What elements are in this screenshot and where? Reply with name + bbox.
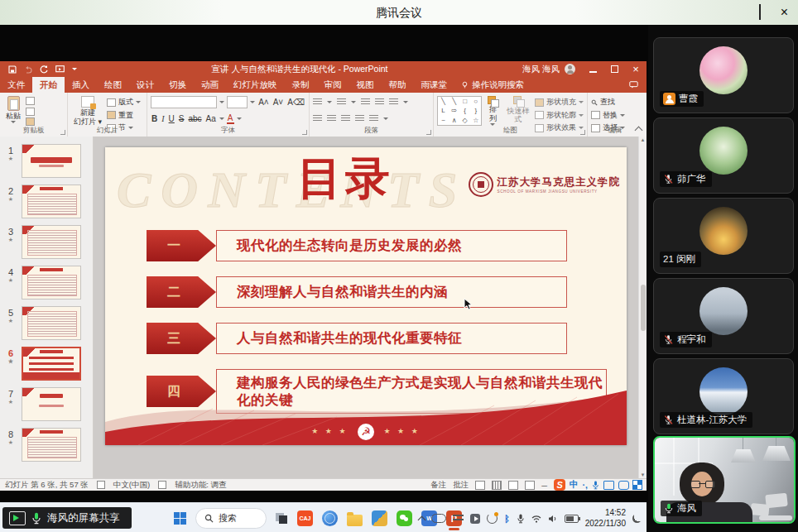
shape-outline-button[interactable]: 形状轮廓	[535, 110, 584, 121]
paste-button[interactable]: 粘贴	[3, 95, 23, 127]
line-spacing-button[interactable]	[389, 98, 398, 106]
shrink-font-button[interactable]: A˅	[272, 98, 285, 107]
replace-button[interactable]: 替换	[591, 110, 625, 121]
slide-number-indicator[interactable]: 幻灯片 第 6 张, 共 57 张	[5, 480, 89, 491]
slide-title[interactable]: 目录	[297, 149, 393, 209]
arrange-button[interactable]: 排列	[484, 95, 501, 127]
scroll-up-icon[interactable]: ▲	[641, 137, 646, 142]
find-button[interactable]: 查找	[591, 97, 625, 108]
volume-icon[interactable]	[548, 515, 558, 523]
align-right-button[interactable]	[341, 115, 350, 122]
participant-tile[interactable]: 杜道林-江苏大学	[653, 358, 794, 434]
taskbar-search[interactable]: 搜索	[195, 508, 267, 529]
font-color-button[interactable]: A	[227, 114, 234, 124]
thumbnail-slide-6-selected[interactable]: 6★	[0, 347, 93, 381]
underline-button[interactable]: U	[168, 114, 175, 123]
columns-button[interactable]	[369, 115, 378, 122]
battery-icon[interactable]	[565, 515, 579, 523]
sogou-logo-icon[interactable]: S	[554, 479, 565, 491]
tray-sync-icon[interactable]	[487, 513, 498, 524]
language-indicator[interactable]: 中文(中国)	[113, 480, 150, 491]
browser-icon[interactable]	[322, 510, 338, 526]
tab-file[interactable]: 文件	[0, 77, 32, 93]
zoom-out-button[interactable]: ─	[541, 481, 547, 490]
toc-item-2[interactable]: 二 深刻理解人与自然和谐共生的内涵	[147, 276, 610, 308]
documents-app-icon[interactable]	[372, 510, 387, 526]
tab-help[interactable]: 帮助	[382, 77, 414, 93]
align-center-button[interactable]	[327, 115, 336, 122]
reading-view-button[interactable]	[508, 481, 518, 490]
new-slide-button[interactable]: 新建幻灯片 ▾	[71, 95, 104, 127]
tab-transitions[interactable]: 切换	[161, 77, 194, 93]
tab-review[interactable]: 审阅	[317, 77, 349, 93]
slideshow-icon[interactable]	[55, 65, 65, 74]
ime-toolbox-icon[interactable]	[633, 481, 642, 489]
tab-draw[interactable]: 绘图	[97, 77, 129, 93]
wechat-icon[interactable]	[397, 510, 412, 526]
thumbnail-slide-2[interactable]: 2★	[0, 185, 93, 218]
start-button[interactable]	[174, 512, 186, 525]
decrease-indent-button[interactable]	[361, 98, 370, 106]
ppt-close-button[interactable]: ×	[625, 63, 647, 75]
ppt-restore-button[interactable]	[603, 65, 625, 74]
tab-insert[interactable]: 插入	[65, 77, 97, 93]
normal-view-button[interactable]	[475, 481, 485, 490]
comment-icon[interactable]	[629, 81, 638, 89]
align-left-button[interactable]	[313, 115, 322, 122]
scrollbar-thumb[interactable]	[641, 285, 646, 331]
reset-button[interactable]: 重置	[107, 110, 141, 121]
participant-tile[interactable]: 茆广华	[653, 117, 794, 194]
tray-settings-icon[interactable]	[453, 515, 464, 523]
meeting-close-button[interactable]: ×	[781, 6, 788, 19]
bullets-button[interactable]	[313, 98, 322, 106]
ppt-account-name[interactable]: 海风 海风	[522, 64, 560, 75]
comments-button[interactable]: 批注	[453, 480, 469, 491]
tray-cloud-icon[interactable]	[431, 514, 446, 523]
shape-fill-button[interactable]: 形状填充	[535, 97, 584, 108]
participant-tile-speaking[interactable]: 海风	[653, 436, 796, 524]
accessibility-status[interactable]: 辅助功能: 调查	[175, 480, 226, 491]
grow-font-button[interactable]: A˄	[257, 98, 270, 107]
layout-button[interactable]: 版式	[107, 97, 141, 108]
ime-chinese-mode[interactable]: 中	[570, 479, 579, 491]
increase-indent-button[interactable]	[375, 98, 384, 106]
thumbnail-slide-5[interactable]: 5★	[0, 306, 93, 340]
tell-me-search[interactable]: 操作说明搜索	[454, 77, 531, 93]
copy-button[interactable]	[26, 108, 35, 116]
redo-icon[interactable]	[40, 65, 48, 74]
quick-styles-button[interactable]: 快速样式	[504, 95, 533, 127]
focus-assist-icon[interactable]	[632, 514, 642, 523]
participant-tile[interactable]: 程宇和	[653, 278, 794, 354]
participant-tile[interactable]: 曹霞	[653, 37, 794, 113]
tray-mic-icon[interactable]	[517, 514, 525, 524]
justify-button[interactable]	[355, 115, 364, 122]
thumbnail-slide-8[interactable]: 8★	[0, 428, 93, 462]
thumbnail-slide-4[interactable]: 4★	[0, 266, 93, 300]
case-button[interactable]: Aa	[205, 114, 217, 123]
tab-record[interactable]: 录制	[285, 77, 317, 93]
meeting-maximize-button[interactable]	[759, 5, 761, 20]
thumbnail-slide-1[interactable]: 1★	[0, 144, 93, 178]
clear-formatting-button[interactable]: A⌫	[286, 98, 305, 107]
ppt-minimize-button[interactable]	[582, 65, 603, 74]
file-explorer-icon[interactable]	[347, 515, 363, 526]
thumbnail-slide-3[interactable]: 3★	[0, 225, 93, 259]
clipboard-dialog-launcher[interactable]	[60, 130, 65, 135]
paragraph-dialog-launcher[interactable]	[426, 130, 431, 135]
toc-item-3[interactable]: 三 人与自然和谐共生的现代化重要特征	[147, 323, 610, 354]
slide-canvas[interactable]: CONTENTS 目录 江苏大学马克思主义学院 SCHOOL OF MARXIS…	[105, 147, 627, 445]
bluetooth-icon[interactable]: ᛒ	[504, 514, 510, 524]
ime-skin-icon[interactable]	[618, 481, 629, 490]
account-avatar[interactable]	[565, 64, 575, 74]
tray-media-icon[interactable]	[470, 514, 480, 524]
font-dialog-launcher[interactable]	[302, 130, 307, 135]
tab-view[interactable]: 视图	[349, 77, 382, 93]
thumbnail-slide-7[interactable]: 7★	[0, 387, 93, 421]
tab-animations[interactable]: 动画	[194, 77, 226, 93]
tray-overflow-chevron[interactable]	[418, 515, 426, 524]
task-view-button[interactable]	[276, 513, 288, 524]
font-name-combobox[interactable]	[151, 96, 217, 108]
network-icon[interactable]	[531, 515, 541, 523]
tab-design[interactable]: 设计	[129, 77, 161, 93]
format-painter-button[interactable]	[26, 117, 35, 126]
